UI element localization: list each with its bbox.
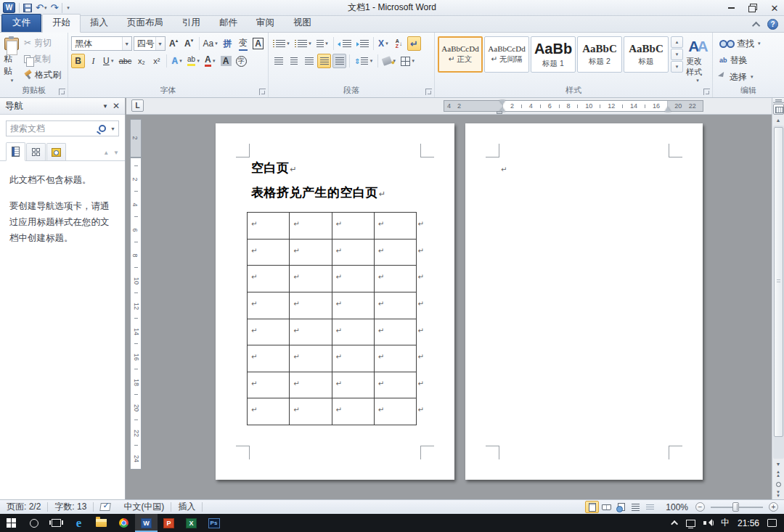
- table-cell[interactable]: ↵: [289, 319, 331, 345]
- chevron-down-icon[interactable]: ▼: [122, 37, 131, 50]
- style-body-text[interactable]: AaBbCcDd↵ 正文: [438, 36, 483, 73]
- enclose-characters-button[interactable]: 字: [234, 54, 248, 68]
- bold-button[interactable]: B: [71, 54, 85, 68]
- network-icon[interactable]: [686, 520, 695, 527]
- zoom-level[interactable]: 100%: [666, 502, 688, 512]
- align-right-button[interactable]: [302, 54, 316, 68]
- minimize-button[interactable]: [726, 3, 736, 13]
- ruler-toggle-button[interactable]: [773, 104, 784, 115]
- close-button[interactable]: ✕: [769, 3, 780, 13]
- underline-button[interactable]: U▼: [102, 54, 116, 68]
- next-heading-icon[interactable]: ▼: [113, 150, 119, 156]
- taskbar-powerpoint[interactable]: P: [158, 514, 180, 532]
- table-cell[interactable]: ↵: [248, 266, 289, 292]
- heading-blank-page[interactable]: 空白页↵: [251, 160, 297, 176]
- next-page-button[interactable]: ▼▼: [773, 489, 784, 499]
- collapse-ribbon-icon[interactable]: [752, 21, 760, 29]
- paste-dropdown-icon[interactable]: ▾: [11, 78, 14, 83]
- highlight-button[interactable]: ab▼: [186, 54, 202, 68]
- tab-file[interactable]: 文件: [1, 14, 41, 32]
- grow-font-button[interactable]: A: [167, 36, 181, 51]
- table-cell[interactable]: ↵: [332, 292, 374, 319]
- tab-browse-pages[interactable]: [26, 143, 46, 160]
- scrollbar-thumb[interactable]: [774, 127, 783, 437]
- previous-page-button[interactable]: ▲▲: [773, 469, 784, 479]
- show-hide-marks-button[interactable]: ↵: [407, 36, 421, 51]
- tab-browse-headings[interactable]: [6, 142, 25, 161]
- table-cell[interactable]: ↵: [248, 398, 289, 425]
- font-size-combo[interactable]: 四号▼: [134, 36, 166, 51]
- table-cell[interactable]: ↵: [374, 398, 416, 425]
- format-painter-button[interactable]: 格式刷: [20, 67, 65, 82]
- outline-view-button[interactable]: [629, 501, 642, 513]
- gallery-up-button[interactable]: ▲: [671, 36, 683, 48]
- style-title[interactable]: AaBbC标题: [624, 36, 669, 73]
- tray-expand-icon[interactable]: [671, 520, 678, 528]
- increase-indent-button[interactable]: [354, 36, 370, 51]
- borders-button[interactable]: ▼: [399, 54, 417, 68]
- navigation-menu-icon[interactable]: ▼: [102, 103, 108, 110]
- table-cell[interactable]: ↵: [248, 345, 289, 372]
- select-button[interactable]: 选择▾: [716, 70, 781, 84]
- search-dropdown-icon[interactable]: ▼: [110, 126, 115, 131]
- change-styles-button[interactable]: AA 更改样式 ▾: [685, 35, 709, 84]
- phonetic-guide-button[interactable]: 拼: [221, 36, 234, 51]
- table-cell[interactable]: ↵: [374, 266, 416, 292]
- zoom-slider[interactable]: [711, 502, 763, 512]
- bullets-button[interactable]: ▼: [271, 36, 292, 51]
- table-cell[interactable]: ↵: [374, 319, 416, 345]
- table-cell[interactable]: ↵: [332, 319, 374, 345]
- taskbar-file-explorer[interactable]: [90, 514, 113, 532]
- justify-button[interactable]: [317, 54, 331, 68]
- document-canvas[interactable]: 空白页↵ 表格挤兑产生的空白页↵ ↵↵↵↵↵↵↵↵↵↵↵↵↵↵↵↵↵↵↵↵↵↵↵…: [142, 115, 772, 499]
- language-indicator[interactable]: 中文(中国): [117, 500, 171, 514]
- customize-qat-button[interactable]: ▾: [67, 5, 70, 11]
- insert-mode-indicator[interactable]: 插入: [171, 500, 202, 514]
- scroll-down-icon[interactable]: ▼: [773, 459, 784, 469]
- text-effects-button[interactable]: A▼: [170, 54, 184, 68]
- zoom-slider-thumb[interactable]: [732, 502, 739, 512]
- decrease-indent-button[interactable]: [337, 36, 353, 51]
- tab-browse-results[interactable]: [46, 143, 66, 160]
- style-no-spacing[interactable]: AaBbCcDd↵ 无间隔: [484, 36, 529, 73]
- shrink-font-button[interactable]: A: [182, 36, 196, 51]
- heading-table-blank-page[interactable]: 表格挤兑产生的空白页↵: [251, 184, 386, 201]
- fullscreen-reading-button[interactable]: [600, 501, 613, 513]
- print-layout-button[interactable]: [585, 501, 599, 513]
- tab-review[interactable]: 审阅: [247, 15, 284, 32]
- table-cell[interactable]: ↵: [248, 240, 289, 266]
- page-1[interactable]: 空白页↵ 表格挤兑产生的空白页↵ ↵↵↵↵↵↵↵↵↵↵↵↵↵↵↵↵↵↵↵↵↵↵↵…: [216, 123, 454, 480]
- table-cell[interactable]: ↵: [374, 213, 416, 239]
- taskbar-excel[interactable]: X: [180, 514, 203, 532]
- taskbar-chrome[interactable]: [113, 514, 135, 532]
- table-cell[interactable]: ↵: [374, 345, 416, 372]
- table-cell[interactable]: ↵: [332, 345, 374, 372]
- dialog-launcher-font[interactable]: [259, 89, 266, 95]
- vertical-ruler[interactable]: 2 24681012141618202224: [130, 115, 142, 483]
- doc-table[interactable]: ↵↵↵↵↵↵↵↵↵↵↵↵↵↵↵↵↵↵↵↵↵↵↵↵↵↵↵↵↵↵↵↵↵↵↵↵↵↵↵↵: [247, 212, 417, 425]
- web-layout-button[interactable]: [614, 501, 628, 513]
- scroll-up-icon[interactable]: ▲: [773, 115, 784, 125]
- table-cell[interactable]: ↵: [332, 213, 374, 239]
- page-indicator[interactable]: 页面: 2/2: [0, 500, 47, 514]
- zoom-out-button[interactable]: −: [695, 502, 705, 512]
- search-icon[interactable]: [99, 125, 106, 132]
- left-indent-marker[interactable]: [497, 111, 502, 114]
- style-heading-2[interactable]: AaBbC标题 2: [577, 36, 622, 73]
- font-color-button[interactable]: A▼: [203, 54, 218, 68]
- dialog-launcher-styles[interactable]: [703, 89, 710, 95]
- find-button[interactable]: 查找▾: [716, 36, 781, 51]
- page-2[interactable]: ↵: [465, 123, 703, 480]
- table-cell[interactable]: ↵: [248, 319, 289, 345]
- taskbar-edge[interactable]: e: [68, 514, 90, 532]
- table-cell[interactable]: ↵: [332, 398, 374, 425]
- change-case-button[interactable]: Aa▼: [202, 36, 219, 51]
- previous-heading-icon[interactable]: ▲: [103, 150, 109, 156]
- taskbar-start[interactable]: [0, 514, 23, 532]
- tab-insert[interactable]: 插入: [81, 15, 118, 32]
- font-name-combo[interactable]: 黑体▼: [71, 36, 132, 51]
- dialog-launcher-paragraph[interactable]: [425, 89, 432, 95]
- word-count[interactable]: 字数: 13: [48, 500, 93, 514]
- table-cell[interactable]: ↵: [332, 240, 374, 266]
- tab-home[interactable]: 开始: [42, 14, 81, 33]
